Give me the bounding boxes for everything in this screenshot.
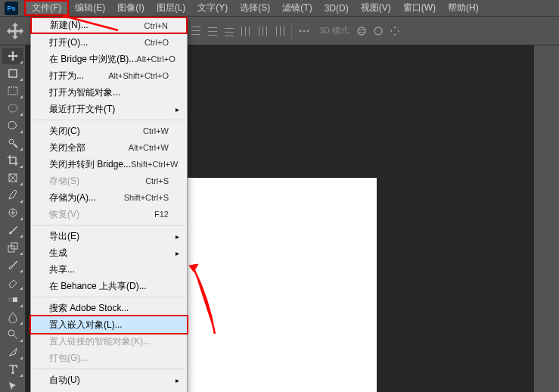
pan-3d-icon[interactable]: [389, 25, 401, 37]
svg-rect-26: [225, 36, 234, 36]
tool-eraser[interactable]: [2, 274, 23, 291]
tool-blur[interactable]: [2, 309, 23, 325]
tool-dodge[interactable]: [2, 326, 23, 343]
annotation-arrow-1: [59, 14, 120, 36]
file-menu-item[interactable]: 共享...: [31, 261, 187, 278]
menu-item-label: 置入嵌入对象(L)...: [49, 319, 169, 331]
more-options-icon[interactable]: [298, 25, 310, 37]
mode-3d-label: 3D 模式:: [319, 25, 351, 36]
menu-item-label: 搜索 Adobe Stock...: [49, 302, 169, 315]
svg-rect-33: [276, 26, 277, 36]
svg-rect-43: [8, 87, 17, 95]
menu-item-label: 打包(G)...: [49, 352, 169, 365]
roll-3d-icon[interactable]: [372, 25, 384, 37]
file-menu-item[interactable]: 关闭(C)Ctrl+W: [31, 123, 187, 139]
svg-point-44: [8, 104, 17, 112]
tool-path-select[interactable]: [2, 378, 23, 392]
svg-point-37: [303, 30, 306, 32]
file-menu-item[interactable]: 打开(O)...Ctrl+O: [31, 34, 187, 51]
tool-rect-marquee[interactable]: [2, 82, 23, 99]
right-panel-collapsed[interactable]: [533, 45, 559, 392]
dist-vcenter-icon[interactable]: [207, 25, 219, 37]
file-menu-item[interactable]: 生成: [31, 244, 187, 261]
tool-pen[interactable]: [2, 344, 23, 360]
tool-gradient[interactable]: [2, 291, 23, 308]
svg-point-36: [300, 30, 302, 32]
file-menu-item: 存储(S)Ctrl+S: [31, 173, 187, 189]
file-menu-item[interactable]: 搜索 Adobe Stock...: [31, 300, 187, 316]
menu-窗口[interactable]: 窗口(W): [397, 0, 442, 16]
tool-frame[interactable]: [2, 170, 23, 186]
menu-选择[interactable]: 选择(S): [234, 0, 276, 16]
svg-rect-20: [191, 34, 200, 35]
svg-point-41: [374, 27, 382, 35]
file-menu-item[interactable]: 在 Behance 上共享(D)...: [31, 278, 187, 294]
svg-rect-30: [259, 26, 259, 36]
tool-artboard[interactable]: [2, 65, 23, 82]
tool-move[interactable]: [2, 48, 23, 64]
tool-lasso[interactable]: [2, 117, 23, 134]
menu-item-label: 关闭(C): [49, 125, 143, 138]
file-menu-item[interactable]: 最近打开文件(T): [31, 101, 187, 117]
file-menu-item[interactable]: 关闭并转到 Bridge...Shift+Ctrl+W: [31, 156, 187, 173]
menu-帮助[interactable]: 帮助(H): [442, 0, 485, 16]
file-menu-item[interactable]: 存储为(A)...Shift+Ctrl+S: [31, 189, 187, 206]
menu-3d[interactable]: 3D(D): [318, 0, 355, 16]
move-tool-icon: [7, 23, 23, 39]
menu-item-shortcut: Alt+Ctrl+O: [136, 54, 175, 64]
svg-point-40: [358, 30, 365, 33]
file-menu-item[interactable]: 脚本(R): [31, 388, 187, 392]
dist-right-icon[interactable]: [273, 25, 285, 37]
tools-panel: [0, 45, 26, 392]
menu-item-shortcut: Ctrl+W: [143, 126, 169, 135]
tool-eyedropper[interactable]: [2, 187, 23, 204]
file-menu-item[interactable]: 关闭全部Alt+Ctrl+W: [31, 139, 187, 156]
dist-left-icon[interactable]: [240, 25, 252, 37]
file-menu-item[interactable]: 打开为智能对象...: [31, 84, 187, 101]
dist-bottom-icon[interactable]: [223, 25, 235, 37]
menu-视图[interactable]: 视图(V): [355, 0, 397, 16]
svg-rect-32: [266, 26, 267, 36]
dist-hcenter-icon[interactable]: [256, 25, 269, 37]
file-menu-item[interactable]: 打开为...Alt+Shift+Ctrl+O: [31, 67, 187, 84]
menu-文字[interactable]: 文字(Y): [191, 0, 234, 16]
menu-item-shortcut: Ctrl+N: [144, 21, 168, 30]
menu-item-label: 置入链接的智能对象(K)...: [49, 335, 169, 348]
svg-rect-42: [9, 70, 17, 77]
menu-item-label: 打开为...: [49, 70, 108, 82]
svg-rect-23: [208, 35, 217, 36]
svg-rect-27: [241, 26, 242, 36]
svg-point-45: [9, 139, 14, 144]
tool-brush[interactable]: [2, 222, 23, 238]
svg-rect-19: [191, 30, 200, 31]
svg-rect-28: [245, 26, 246, 36]
tool-spot-heal[interactable]: [2, 204, 23, 221]
menu-item-shortcut: Shift+Ctrl+S: [124, 193, 169, 202]
tool-ellipse-marquee[interactable]: [2, 100, 23, 117]
menu-item-label: 打开为智能对象...: [49, 86, 169, 99]
distribute-group: [190, 25, 285, 37]
dist-top-icon[interactable]: [190, 25, 202, 37]
svg-rect-29: [249, 26, 250, 36]
file-menu-item[interactable]: 自动(U): [31, 372, 187, 388]
tool-quick-select[interactable]: [2, 135, 23, 151]
menu-item-label: 恢复(V): [49, 208, 154, 221]
menu-图层[interactable]: 图层(L): [151, 0, 192, 16]
file-menu-item[interactable]: 置入嵌入对象(L)...: [30, 315, 188, 334]
tool-crop[interactable]: [2, 152, 23, 169]
orbit-3d-icon[interactable]: [356, 25, 368, 37]
svg-point-39: [358, 27, 365, 35]
tool-type[interactable]: [2, 361, 23, 378]
menu-item-label: 生成: [49, 247, 169, 260]
menu-item-shortcut: Alt+Shift+Ctrl+O: [108, 71, 169, 80]
tool-history-brush[interactable]: [2, 257, 23, 273]
file-menu-item[interactable]: 在 Bridge 中浏览(B)...Alt+Ctrl+O: [31, 51, 187, 67]
svg-point-52: [8, 330, 14, 336]
menu-item-label: 自动(U): [49, 374, 169, 387]
file-menu-item[interactable]: 导出(E): [31, 228, 187, 244]
tool-clone[interactable]: [2, 239, 23, 256]
menu-item-label: 在 Behance 上共享(D)...: [49, 280, 169, 293]
menu-item-label: 导出(E): [49, 230, 169, 243]
menu-滤镜[interactable]: 滤镜(T): [276, 0, 318, 16]
app-logo: Ps: [5, 2, 18, 15]
